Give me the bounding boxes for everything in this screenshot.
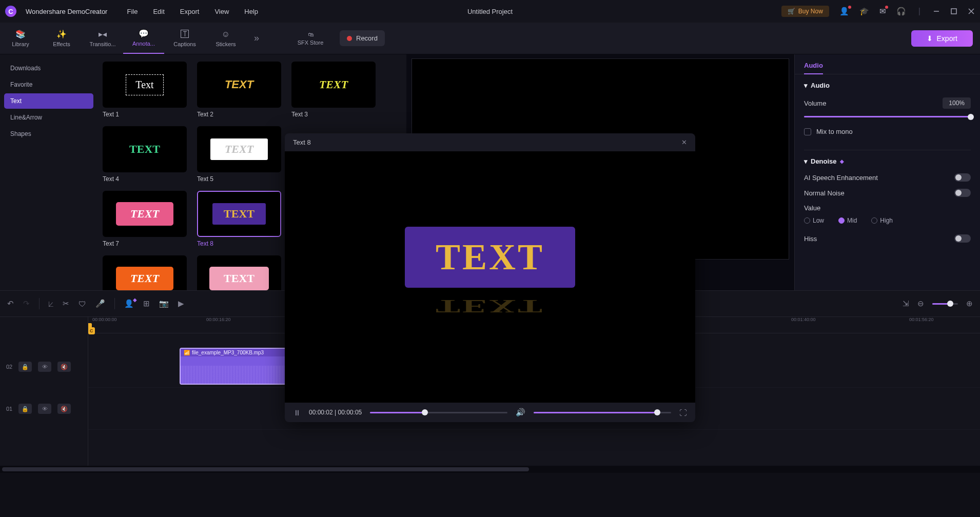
mix-mono-checkbox[interactable] xyxy=(804,128,811,135)
track-lock-icon[interactable]: 🔒 xyxy=(18,404,32,414)
zoom-out-icon[interactable]: ⊖ xyxy=(917,299,924,308)
more-tabs-icon[interactable]: » xyxy=(246,23,267,54)
track-visibility-icon[interactable]: 👁 xyxy=(38,404,51,414)
split-icon[interactable]: ✂ xyxy=(63,299,69,308)
project-title: Untitled Project xyxy=(467,8,513,15)
collapse-icon[interactable]: ▾ xyxy=(804,82,808,89)
zoom-slider[interactable] xyxy=(932,303,958,305)
minimize-icon[interactable] xyxy=(933,8,940,15)
gallery-item[interactable]: TEXT Text 2 xyxy=(197,62,281,118)
app-title: Wondershare DemoCreator xyxy=(26,8,107,15)
tab-captions[interactable]: 🅃Captions xyxy=(164,23,205,54)
record-button[interactable]: Record xyxy=(340,30,385,46)
user-icon[interactable]: 👤 xyxy=(839,7,849,16)
tab-transition[interactable]: ▸◂Transitio... xyxy=(82,23,123,54)
track-header: 01 🔒 👁 🔇 xyxy=(0,388,88,430)
value-label: Value xyxy=(804,204,971,212)
playback-slider[interactable] xyxy=(370,412,507,413)
pause-icon[interactable]: ⏸ xyxy=(293,408,301,417)
sidebar-item-text[interactable]: Text xyxy=(4,93,93,109)
track-mute-icon[interactable]: 🔇 xyxy=(57,404,71,414)
cart-icon: 🛒 xyxy=(788,8,795,15)
radio-high[interactable]: High xyxy=(871,217,893,224)
annotation-icon: 💬 xyxy=(139,29,149,38)
gallery-item[interactable]: TEXT Text 4 xyxy=(103,126,187,183)
category-sidebar: Downloads Favorite Text Line&Arrow Shape… xyxy=(0,54,97,290)
panel-tab-audio[interactable]: Audio xyxy=(804,62,823,74)
maximize-icon[interactable] xyxy=(950,8,957,15)
rec-badge: C xyxy=(88,327,95,334)
export-icon: ⬇ xyxy=(927,34,933,43)
sidebar-item-downloads[interactable]: Downloads xyxy=(4,61,93,76)
volume-value[interactable]: 100% xyxy=(943,97,971,109)
fullscreen-icon[interactable]: ⛶ xyxy=(679,408,687,417)
preview-modal: Text 8 ✕ TEXT TEXT ⏸ 00:00:02 | 00:00:05… xyxy=(285,133,695,422)
zoom-in-icon[interactable]: ⊕ xyxy=(966,299,973,308)
export-button[interactable]: ⬇Export xyxy=(911,30,973,47)
normal-noise-toggle[interactable] xyxy=(954,189,971,197)
ai-icon[interactable]: 👤◆ xyxy=(124,299,134,308)
menu-help[interactable]: Help xyxy=(244,8,258,15)
tab-sfx-store[interactable]: 🛍SFX Store xyxy=(287,31,334,46)
gallery-item[interactable]: TEXT Text 7 xyxy=(103,191,187,247)
mail-icon[interactable]: ✉ xyxy=(879,7,886,16)
play-icon[interactable]: ▶ xyxy=(178,299,184,308)
properties-panel: Audio ▾Audio Volume 100% Mix to mono ▾De… xyxy=(794,54,980,290)
track-header: 02 🔒 👁 🔇 xyxy=(0,346,88,388)
hiss-toggle[interactable] xyxy=(954,234,971,243)
headset-icon[interactable]: 🎧 xyxy=(896,7,906,16)
horizontal-scrollbar[interactable] xyxy=(0,466,980,473)
title-bar: C Wondershare DemoCreator File Edit Expo… xyxy=(0,0,980,23)
gallery-item[interactable]: Text Text 1 xyxy=(103,62,187,118)
crop-icon[interactable]: ⟀ xyxy=(49,300,53,308)
radio-mid[interactable]: Mid xyxy=(838,217,857,224)
tab-effects[interactable]: ✨Effects xyxy=(41,23,82,54)
modal-canvas: TEXT TEXT xyxy=(285,151,695,403)
redo-icon[interactable]: ↷ xyxy=(23,299,30,308)
effects-icon: ✨ xyxy=(56,29,67,39)
undo-icon[interactable]: ↶ xyxy=(7,299,14,308)
buy-now-button[interactable]: 🛒 Buy Now xyxy=(781,6,829,17)
sidebar-item-shapes[interactable]: Shapes xyxy=(4,126,93,142)
tab-stickers[interactable]: ☺Stickers xyxy=(205,23,246,54)
sidebar-item-line-arrow[interactable]: Line&Arrow xyxy=(4,110,93,125)
gallery-item[interactable]: TEXT Text 5 xyxy=(197,126,281,183)
svg-rect-1 xyxy=(951,9,956,14)
gallery-item[interactable]: TEXT xyxy=(197,255,281,290)
screenshot-icon[interactable]: 📷 xyxy=(159,299,169,308)
radio-low[interactable]: Low xyxy=(804,217,824,224)
sidebar-item-favorite[interactable]: Favorite xyxy=(4,77,93,92)
gallery-item[interactable]: TEXT Text 3 xyxy=(291,62,376,118)
modal-title: Text 8 xyxy=(293,138,311,146)
toolbar: 📚Library ✨Effects ▸◂Transitio... 💬Annota… xyxy=(0,23,980,54)
app-logo-icon: C xyxy=(5,6,16,17)
track-lock-icon[interactable]: 🔒 xyxy=(18,362,32,372)
close-icon[interactable] xyxy=(968,8,975,15)
mic-icon[interactable]: 🎤 xyxy=(95,299,105,308)
collapse-icon[interactable]: ▾ xyxy=(804,157,808,165)
menu-bar: File Edit Export View Help xyxy=(127,8,258,15)
gallery-item[interactable]: TEXT Text 8 xyxy=(197,191,281,247)
menu-file[interactable]: File xyxy=(127,8,138,15)
graduation-icon[interactable]: 🎓 xyxy=(859,7,869,16)
close-icon[interactable]: ✕ xyxy=(681,138,687,146)
track-mute-icon[interactable]: 🔇 xyxy=(57,362,71,372)
menu-edit[interactable]: Edit xyxy=(153,8,164,15)
marker-icon[interactable]: 🛡 xyxy=(79,300,86,308)
fit-width-icon[interactable]: ⇲ xyxy=(903,299,909,308)
stickers-icon: ☺ xyxy=(222,30,230,39)
tab-library[interactable]: 📚Library xyxy=(0,23,41,54)
volume-icon[interactable]: 🔊 xyxy=(516,408,525,417)
captions-icon: 🅃 xyxy=(181,30,189,39)
gallery-item[interactable]: TEXT xyxy=(103,255,187,290)
menu-export[interactable]: Export xyxy=(180,8,200,15)
volume-slider[interactable] xyxy=(804,116,971,117)
menu-view[interactable]: View xyxy=(214,8,229,15)
tab-annotation[interactable]: 💬Annota... xyxy=(123,23,164,54)
audio-tool-icon[interactable]: ⊞ xyxy=(143,299,150,308)
ai-speech-toggle[interactable] xyxy=(954,173,971,182)
volume-label: Volume xyxy=(804,100,826,107)
modal-volume-slider[interactable] xyxy=(534,412,671,413)
library-icon: 📚 xyxy=(15,29,26,39)
track-visibility-icon[interactable]: 👁 xyxy=(38,362,51,372)
